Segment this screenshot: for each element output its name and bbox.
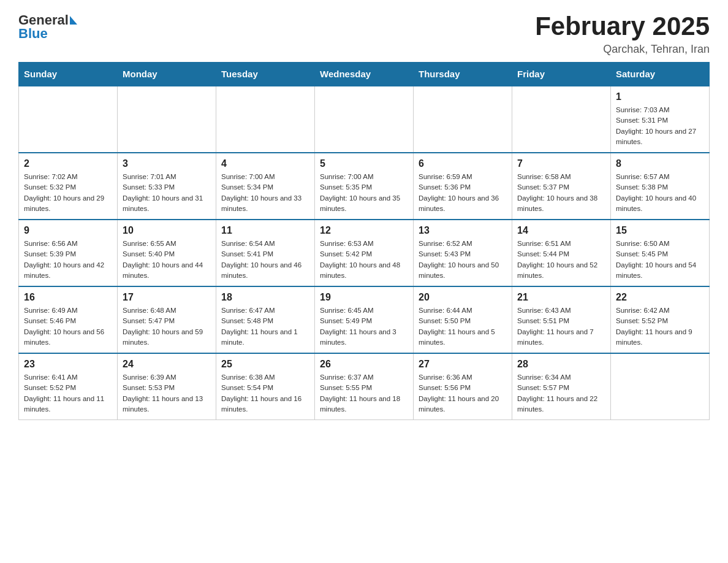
day-info: Sunrise: 6:38 AMSunset: 5:54 PMDaylight:… [221, 372, 309, 415]
calendar-header-monday: Monday [118, 63, 216, 86]
calendar-cell: 25Sunrise: 6:38 AMSunset: 5:54 PMDayligh… [216, 353, 315, 420]
calendar-cell: 11Sunrise: 6:54 AMSunset: 5:41 PMDayligh… [216, 220, 315, 286]
calendar-header-wednesday: Wednesday [315, 63, 414, 86]
logo-arrow-icon [70, 16, 77, 25]
calendar-cell: 27Sunrise: 6:36 AMSunset: 5:56 PMDayligh… [414, 353, 512, 420]
day-info: Sunrise: 6:47 AMSunset: 5:48 PMDaylight:… [221, 305, 309, 348]
day-number: 19 [320, 292, 408, 303]
day-info: Sunrise: 6:45 AMSunset: 5:49 PMDaylight:… [320, 305, 408, 348]
calendar-cell: 19Sunrise: 6:45 AMSunset: 5:49 PMDayligh… [315, 286, 414, 353]
calendar-cell [118, 86, 216, 153]
week-row-1: 2Sunrise: 7:02 AMSunset: 5:32 PMDaylight… [19, 153, 710, 220]
day-info: Sunrise: 6:34 AMSunset: 5:57 PMDaylight:… [517, 372, 605, 415]
calendar-cell: 28Sunrise: 6:34 AMSunset: 5:57 PMDayligh… [512, 353, 611, 420]
day-number: 6 [419, 158, 507, 169]
calendar-cell: 5Sunrise: 7:00 AMSunset: 5:35 PMDaylight… [315, 153, 414, 220]
day-number: 5 [320, 158, 408, 169]
calendar-cell: 3Sunrise: 7:01 AMSunset: 5:33 PMDaylight… [118, 153, 216, 220]
calendar-cell: 4Sunrise: 7:00 AMSunset: 5:34 PMDaylight… [216, 153, 315, 220]
week-row-2: 9Sunrise: 6:56 AMSunset: 5:39 PMDaylight… [19, 220, 710, 286]
day-info: Sunrise: 7:00 AMSunset: 5:35 PMDaylight:… [320, 172, 408, 214]
logo: General Blue [18, 12, 77, 42]
calendar-header-sunday: Sunday [19, 63, 118, 86]
day-info: Sunrise: 6:41 AMSunset: 5:52 PMDaylight:… [24, 372, 112, 415]
calendar-cell: 10Sunrise: 6:55 AMSunset: 5:40 PMDayligh… [118, 220, 216, 286]
title-section: February 2025 Qarchak, Tehran, Iran [535, 12, 710, 56]
calendar-cell [315, 86, 414, 153]
calendar-header-row: SundayMondayTuesdayWednesdayThursdayFrid… [19, 63, 710, 86]
calendar-cell: 14Sunrise: 6:51 AMSunset: 5:44 PMDayligh… [512, 220, 611, 286]
calendar-cell: 7Sunrise: 6:58 AMSunset: 5:37 PMDaylight… [512, 153, 611, 220]
day-number: 12 [320, 225, 408, 236]
calendar-cell: 2Sunrise: 7:02 AMSunset: 5:32 PMDaylight… [19, 153, 118, 220]
day-number: 7 [517, 158, 605, 169]
day-number: 8 [616, 158, 704, 169]
day-number: 16 [24, 292, 112, 303]
calendar-header-saturday: Saturday [611, 63, 710, 86]
day-info: Sunrise: 6:52 AMSunset: 5:43 PMDaylight:… [419, 239, 507, 281]
day-number: 21 [517, 292, 605, 303]
day-info: Sunrise: 6:42 AMSunset: 5:52 PMDaylight:… [616, 305, 704, 348]
day-number: 9 [24, 225, 112, 236]
day-number: 3 [123, 158, 211, 169]
day-info: Sunrise: 6:43 AMSunset: 5:51 PMDaylight:… [517, 305, 605, 348]
calendar-cell: 20Sunrise: 6:44 AMSunset: 5:50 PMDayligh… [414, 286, 512, 353]
calendar-cell: 17Sunrise: 6:48 AMSunset: 5:47 PMDayligh… [118, 286, 216, 353]
day-info: Sunrise: 7:02 AMSunset: 5:32 PMDaylight:… [24, 172, 112, 214]
day-info: Sunrise: 7:01 AMSunset: 5:33 PMDaylight:… [123, 172, 211, 214]
calendar-cell: 22Sunrise: 6:42 AMSunset: 5:52 PMDayligh… [611, 286, 710, 353]
day-info: Sunrise: 6:59 AMSunset: 5:36 PMDaylight:… [419, 172, 507, 214]
day-number: 25 [221, 359, 309, 370]
month-title: February 2025 [535, 12, 710, 40]
location-text: Qarchak, Tehran, Iran [535, 43, 710, 56]
calendar-cell: 26Sunrise: 6:37 AMSunset: 5:55 PMDayligh… [315, 353, 414, 420]
day-info: Sunrise: 6:53 AMSunset: 5:42 PMDaylight:… [320, 239, 408, 281]
day-info: Sunrise: 6:48 AMSunset: 5:47 PMDaylight:… [123, 305, 211, 348]
week-row-3: 16Sunrise: 6:49 AMSunset: 5:46 PMDayligh… [19, 286, 710, 353]
calendar-cell: 21Sunrise: 6:43 AMSunset: 5:51 PMDayligh… [512, 286, 611, 353]
calendar-cell [611, 353, 710, 420]
page-header: General Blue February 2025 Qarchak, Tehr… [18, 12, 710, 56]
day-info: Sunrise: 6:51 AMSunset: 5:44 PMDaylight:… [517, 239, 605, 281]
calendar-cell: 16Sunrise: 6:49 AMSunset: 5:46 PMDayligh… [19, 286, 118, 353]
day-info: Sunrise: 6:44 AMSunset: 5:50 PMDaylight:… [419, 305, 507, 348]
day-number: 11 [221, 225, 309, 236]
calendar-table: SundayMondayTuesdayWednesdayThursdayFrid… [18, 62, 710, 420]
calendar-cell: 15Sunrise: 6:50 AMSunset: 5:45 PMDayligh… [611, 220, 710, 286]
calendar-cell: 9Sunrise: 6:56 AMSunset: 5:39 PMDaylight… [19, 220, 118, 286]
day-info: Sunrise: 6:57 AMSunset: 5:38 PMDaylight:… [616, 172, 704, 214]
day-number: 23 [24, 359, 112, 370]
day-info: Sunrise: 6:36 AMSunset: 5:56 PMDaylight:… [419, 372, 507, 415]
day-info: Sunrise: 6:49 AMSunset: 5:46 PMDaylight:… [24, 305, 112, 348]
day-number: 24 [123, 359, 211, 370]
day-number: 4 [221, 158, 309, 169]
day-info: Sunrise: 6:55 AMSunset: 5:40 PMDaylight:… [123, 239, 211, 281]
day-number: 27 [419, 359, 507, 370]
calendar-cell [19, 86, 118, 153]
day-number: 15 [616, 225, 704, 236]
calendar-header-friday: Friday [512, 63, 611, 86]
calendar-cell [414, 86, 512, 153]
day-number: 2 [24, 158, 112, 169]
day-info: Sunrise: 6:54 AMSunset: 5:41 PMDaylight:… [221, 239, 309, 281]
calendar-cell: 18Sunrise: 6:47 AMSunset: 5:48 PMDayligh… [216, 286, 315, 353]
logo-blue-text: Blue [18, 26, 48, 42]
day-info: Sunrise: 6:37 AMSunset: 5:55 PMDaylight:… [320, 372, 408, 415]
day-number: 20 [419, 292, 507, 303]
week-row-4: 23Sunrise: 6:41 AMSunset: 5:52 PMDayligh… [19, 353, 710, 420]
day-number: 1 [616, 91, 704, 102]
day-number: 26 [320, 359, 408, 370]
calendar-cell: 13Sunrise: 6:52 AMSunset: 5:43 PMDayligh… [414, 220, 512, 286]
day-number: 10 [123, 225, 211, 236]
day-number: 28 [517, 359, 605, 370]
calendar-cell: 1Sunrise: 7:03 AMSunset: 5:31 PMDaylight… [611, 86, 710, 153]
day-info: Sunrise: 6:56 AMSunset: 5:39 PMDaylight:… [24, 239, 112, 281]
calendar-cell: 6Sunrise: 6:59 AMSunset: 5:36 PMDaylight… [414, 153, 512, 220]
day-info: Sunrise: 6:58 AMSunset: 5:37 PMDaylight:… [517, 172, 605, 214]
day-info: Sunrise: 6:50 AMSunset: 5:45 PMDaylight:… [616, 239, 704, 281]
day-number: 14 [517, 225, 605, 236]
day-info: Sunrise: 7:00 AMSunset: 5:34 PMDaylight:… [221, 172, 309, 214]
calendar-cell [216, 86, 315, 153]
calendar-cell: 12Sunrise: 6:53 AMSunset: 5:42 PMDayligh… [315, 220, 414, 286]
calendar-cell: 8Sunrise: 6:57 AMSunset: 5:38 PMDaylight… [611, 153, 710, 220]
